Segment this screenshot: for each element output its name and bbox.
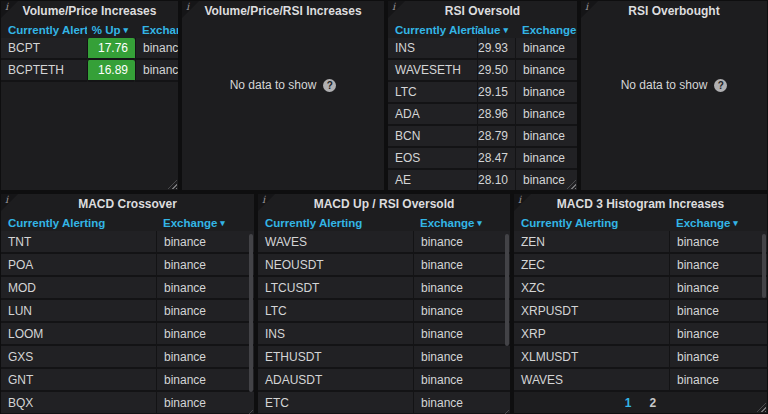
panel-title[interactable]: RSI Oversold	[388, 1, 577, 21]
info-icon: i	[518, 194, 521, 205]
exchange-cell: binance	[156, 254, 254, 277]
exchange-cell: binance	[515, 170, 577, 190]
no-data-message: No data to show ?	[182, 21, 384, 149]
sort-caret-icon: ▾	[477, 218, 482, 228]
table-row: ZENbinance	[514, 231, 767, 254]
table-row: LOOMbinance	[1, 323, 254, 346]
alerts-table: Currently Alerting% Up▾ExchangeBCPT17.76…	[1, 21, 178, 82]
exchange-cell: binance	[515, 38, 577, 60]
panel-title[interactable]: Volume/Price/RSI Increases	[182, 1, 384, 21]
column-header-exchange[interactable]: Exchange▾	[669, 214, 767, 231]
table-header-row: Currently AlertingExchange▾	[514, 214, 767, 231]
column-header-exchange[interactable]: Exchange▾	[156, 214, 254, 231]
table-scrollbar-thumb[interactable]	[249, 234, 253, 392]
panel-rsi-overbought: i RSI Overbought No data to show ?	[581, 1, 767, 190]
info-icon: i	[186, 1, 189, 12]
table-row: NEOUSDTbinance	[258, 254, 510, 277]
symbol-cell: GXS	[1, 346, 156, 369]
sort-caret-icon: ▾	[220, 218, 225, 228]
panel-title[interactable]: MACD 3 Histogram Increases	[514, 194, 767, 214]
exchange-cell: binance	[669, 346, 767, 369]
percent-up-cell: 16.89	[87, 60, 135, 82]
symbol-cell: AE	[388, 170, 477, 190]
panel-volume-price-rsi-increases: i Volume/Price/RSI Increases No data to …	[182, 1, 384, 190]
table-row: XRPUSDTbinance	[514, 300, 767, 323]
value-cell: 29.50	[477, 60, 515, 82]
value-cell: 28.96	[477, 104, 515, 126]
info-icon: i	[262, 194, 265, 205]
help-icon[interactable]: ?	[714, 79, 727, 92]
table-row: XZCbinance	[514, 277, 767, 300]
table-row: POAbinance	[1, 254, 254, 277]
table-row: BCPT17.76binance	[1, 38, 178, 60]
table-row: XRPbinance	[514, 323, 767, 346]
column-header-symbol[interactable]: Currently Alerting	[258, 214, 413, 231]
value-cell: 28.10	[477, 170, 515, 190]
page-link-1[interactable]: 1	[625, 396, 632, 410]
symbol-cell: XRPUSDT	[514, 300, 669, 323]
column-header-exchange[interactable]: Exchange	[135, 21, 178, 38]
exchange-cell: binance	[669, 323, 767, 346]
exchange-cell: binance	[156, 392, 254, 414]
exchange-cell: binance	[156, 369, 254, 392]
table-row: MODbinance	[1, 277, 254, 300]
column-header-value[interactable]: Value▾	[477, 21, 515, 38]
symbol-cell: BCPT	[1, 38, 87, 60]
exchange-cell: binance	[413, 323, 510, 346]
table-row: XLMUSDTbinance	[514, 346, 767, 369]
panel-macd-3-histogram-increases: i MACD 3 Histogram Increases Currently A…	[514, 194, 767, 413]
table-row: ADAUSDTbinance	[258, 369, 510, 392]
panel-resize-handle[interactable]	[168, 180, 177, 189]
symbol-cell: WAVES	[258, 231, 413, 254]
table-row: AE28.10binance	[388, 170, 577, 190]
column-header-exchange[interactable]: Exchange▾	[413, 214, 510, 231]
page-link-2[interactable]: 2	[650, 396, 657, 410]
symbol-cell: ETC	[258, 392, 413, 414]
panel-title[interactable]: MACD Up / RSI Oversold	[258, 194, 510, 214]
exchange-cell: binance	[156, 300, 254, 323]
exchange-cell: binance	[669, 254, 767, 277]
exchange-cell: binance	[413, 254, 510, 277]
exchange-cell: binance	[515, 126, 577, 148]
symbol-cell: EOS	[388, 148, 477, 170]
table-scrollbar-thumb[interactable]	[762, 234, 766, 298]
symbol-cell: POA	[1, 254, 156, 277]
help-icon[interactable]: ?	[323, 79, 336, 92]
table-row: WAVESbinance	[258, 231, 510, 254]
panel-title[interactable]: MACD Crossover	[1, 194, 254, 214]
exchange-cell: binance	[156, 323, 254, 346]
info-icon: i	[585, 1, 588, 12]
column-header-symbol[interactable]: Currently Alerting	[388, 21, 477, 38]
column-header-percent-up[interactable]: % Up▾	[87, 21, 135, 38]
symbol-cell: BCN	[388, 126, 477, 148]
table-row: ETHUSDTbinance	[258, 346, 510, 369]
symbol-cell: INS	[388, 38, 477, 60]
info-icon: i	[5, 194, 8, 205]
sort-caret-icon: ▾	[733, 218, 738, 228]
table-row: WAVESETH29.50binance	[388, 60, 577, 82]
alerts-table: Currently AlertingExchange▾TNTbinancePOA…	[1, 214, 254, 414]
panel-macd-crossover: i MACD Crossover Currently AlertingExcha…	[1, 194, 254, 414]
exchange-cell: binance	[669, 277, 767, 300]
table-scrollbar-thumb[interactable]	[505, 234, 509, 346]
value-cell: 28.79	[477, 126, 515, 148]
exchange-cell: binance	[156, 346, 254, 369]
symbol-cell: LTCUSDT	[258, 277, 413, 300]
column-header-symbol[interactable]: Currently Alerting	[1, 214, 156, 231]
symbol-cell: MOD	[1, 277, 156, 300]
table-row: TNTbinance	[1, 231, 254, 254]
panel-title[interactable]: RSI Overbought	[581, 1, 767, 21]
column-header-exchange[interactable]: Exchange	[515, 21, 577, 38]
symbol-cell: WAVES	[514, 369, 669, 392]
table-row: ZECbinance	[514, 254, 767, 277]
panel-title[interactable]: Volume/Price Increases	[1, 1, 178, 21]
column-header-symbol[interactable]: Currently Alerting	[1, 21, 87, 38]
column-header-symbol[interactable]: Currently Alerting	[514, 214, 669, 231]
exchange-cell: binance	[135, 60, 178, 82]
symbol-cell: LTC	[258, 300, 413, 323]
sort-caret-icon: ▾	[123, 25, 128, 35]
no-data-text: No data to show	[230, 78, 317, 92]
exchange-cell: binance	[413, 346, 510, 369]
symbol-cell: BQX	[1, 392, 156, 414]
table-row: GXSbinance	[1, 346, 254, 369]
